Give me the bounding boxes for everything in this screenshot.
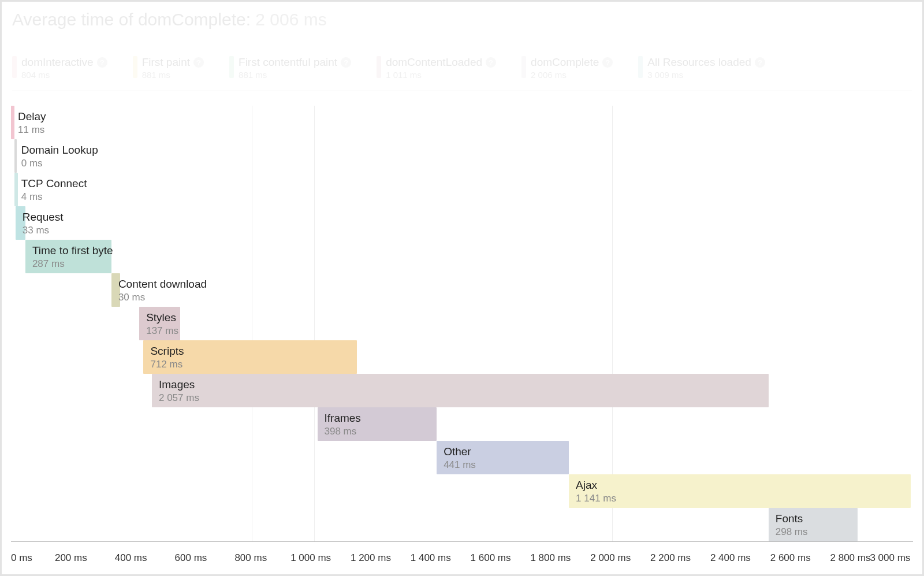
bar-value: 11 ms: [18, 124, 46, 136]
help-icon[interactable]: ?: [97, 57, 107, 68]
axis-tick-label: 400 ms: [115, 552, 147, 564]
divider: [12, 90, 912, 91]
bar-row: Images2 057 ms: [11, 374, 913, 407]
bar-row: Scripts712 ms: [11, 340, 913, 374]
help-icon[interactable]: ?: [193, 57, 204, 68]
legend-value: 3 009 ms: [647, 70, 765, 80]
legend-item[interactable]: First contentful paint ?881 ms: [229, 56, 351, 80]
legend-value: 2 006 ms: [531, 70, 613, 80]
axis-tick-label: 1 200 ms: [351, 552, 391, 564]
bar-value: 712 ms: [150, 359, 184, 370]
bar-label: TCP Connect4 ms: [21, 177, 87, 203]
bar-name: Delay: [18, 110, 46, 123]
bar-value: 137 ms: [146, 325, 178, 337]
legend-label: First contentful paint: [239, 56, 337, 69]
help-icon[interactable]: ?: [341, 57, 351, 68]
help-icon[interactable]: ?: [755, 57, 765, 68]
header-region: Average time of domComplete: 2 006 ms do…: [2, 2, 922, 91]
bar-label: Request33 ms: [23, 211, 64, 236]
bar-value: 441 ms: [444, 459, 476, 471]
axis-tick-label: 3 000 ms: [870, 552, 910, 564]
bar-block[interactable]: [11, 106, 14, 139]
bar-name: Content download: [118, 278, 207, 291]
bar-value: 4 ms: [21, 191, 87, 203]
axis-tick-label: 600 ms: [175, 552, 207, 564]
bar-row: Ajax1 141 ms: [11, 474, 913, 508]
bar-name: Ajax: [576, 479, 616, 492]
bar-label: Delay11 ms: [18, 110, 46, 136]
axis-tick-label: 1 400 ms: [411, 552, 451, 564]
legend-swatch: [638, 56, 643, 78]
bar-row: Styles137 ms: [11, 307, 913, 340]
axis-tick-label: 2 800 ms: [830, 552, 871, 564]
legend-value: 1 011 ms: [386, 70, 496, 80]
bar-row: Delay11 ms: [11, 106, 913, 139]
bar-value: 30 ms: [118, 292, 207, 303]
legend-row: domInteractive ?804 msFirst paint ?881 m…: [2, 35, 922, 90]
bar-block[interactable]: [569, 474, 911, 508]
bar-label: Domain Lookup0 ms: [21, 144, 98, 169]
legend-label: domContentLoaded: [386, 56, 482, 69]
axis-tick-label: 2 000 ms: [590, 552, 631, 564]
bar-label: Content download30 ms: [118, 278, 207, 303]
bar-block[interactable]: [14, 139, 17, 173]
bar-label: Styles137 ms: [146, 311, 178, 337]
bar-row: TCP Connect4 ms: [11, 173, 913, 206]
bar-value: 33 ms: [23, 225, 64, 236]
page-title: Average time of domComplete: 2 006 ms: [2, 2, 922, 35]
bar-name: Scripts: [150, 345, 184, 358]
waterfall-chart: Delay11 msDomain Lookup0 msTCP Connect4 …: [11, 106, 913, 564]
bar-row: Domain Lookup0 ms: [11, 139, 913, 173]
axis-tick-label: 200 ms: [55, 552, 87, 564]
axis-tick-label: 1 800 ms: [530, 552, 571, 564]
legend-swatch: [521, 56, 526, 78]
bar-row: Request33 ms: [11, 206, 913, 240]
bar-row: Time to first byte287 ms: [11, 240, 913, 273]
legend-item[interactable]: domContentLoaded ?1 011 ms: [377, 56, 496, 80]
x-axis-ticks: 0 ms200 ms400 ms600 ms800 ms1 000 ms1 20…: [11, 545, 913, 564]
axis-tick-label: 2 200 ms: [650, 552, 691, 564]
legend-item[interactable]: First paint ?881 ms: [133, 56, 204, 80]
bar-row: Fonts298 ms: [11, 508, 913, 541]
bar-block[interactable]: [14, 173, 18, 206]
bar-row: Content download30 ms: [11, 273, 913, 307]
bar-label: Time to first byte287 ms: [32, 244, 113, 270]
x-axis-line: [11, 541, 913, 542]
legend-label: domComplete: [531, 56, 599, 69]
bar-label: Other441 ms: [444, 445, 476, 471]
bar-name: Request: [23, 211, 64, 224]
legend-swatch: [133, 56, 137, 78]
axis-tick-label: 2 400 ms: [710, 552, 751, 564]
bar-name: Images: [159, 378, 199, 391]
bar-block[interactable]: [152, 374, 769, 407]
legend-value: 881 ms: [239, 70, 351, 80]
bar-value: 298 ms: [776, 526, 808, 538]
axis-tick-label: 800 ms: [234, 552, 267, 564]
axis-tick-label: 1 600 ms: [471, 552, 511, 564]
bar-name: Styles: [146, 311, 178, 324]
bar-name: Other: [444, 445, 476, 458]
legend-value: 881 ms: [142, 70, 204, 80]
legend-label: domInteractive: [21, 56, 94, 69]
bar-name: Domain Lookup: [21, 144, 98, 157]
chart-plot-area: Delay11 msDomain Lookup0 msTCP Connect4 …: [11, 106, 913, 542]
bar-label: Iframes398 ms: [325, 412, 361, 437]
help-icon[interactable]: ?: [486, 57, 496, 68]
bar-value: 0 ms: [21, 158, 98, 169]
bar-label: Images2 057 ms: [159, 378, 199, 404]
legend-item[interactable]: domInteractive ?804 ms: [12, 56, 107, 80]
legend-item[interactable]: All Resources loaded ?3 009 ms: [638, 56, 765, 80]
bar-name: Iframes: [325, 412, 361, 425]
axis-tick-label: 0 ms: [11, 552, 32, 564]
legend-value: 804 ms: [21, 70, 107, 80]
help-icon[interactable]: ?: [602, 57, 613, 68]
legend-item[interactable]: domComplete ?2 006 ms: [521, 56, 613, 80]
axis-tick-label: 1 000 ms: [290, 552, 331, 564]
bar-value: 398 ms: [325, 426, 361, 437]
bar-value: 287 ms: [32, 258, 113, 270]
bar-label: Fonts298 ms: [776, 512, 808, 538]
legend-swatch: [12, 56, 17, 78]
legend-swatch: [229, 56, 234, 78]
legend-label: First paint: [142, 56, 190, 69]
bar-name: Fonts: [776, 512, 808, 525]
